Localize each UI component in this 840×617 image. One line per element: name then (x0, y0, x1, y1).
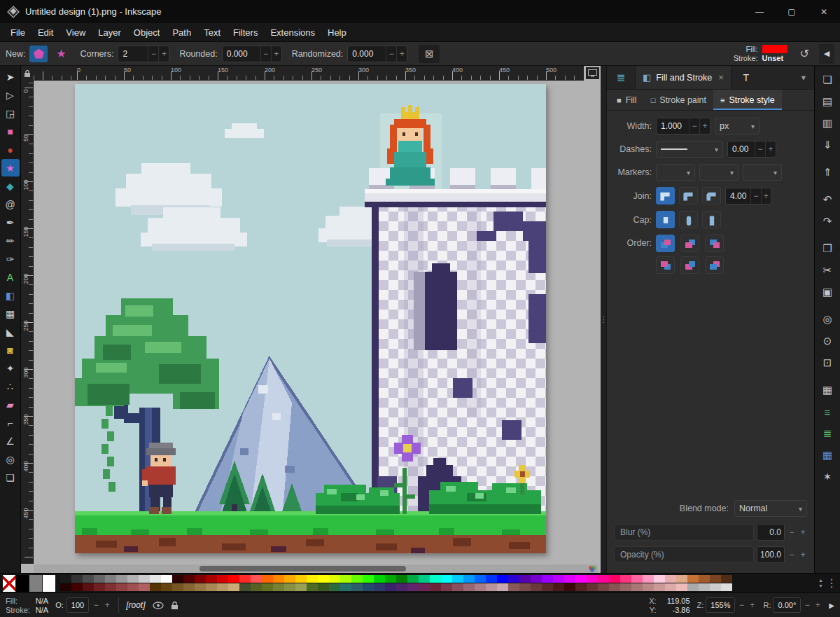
menu-file[interactable]: File (4, 25, 31, 41)
mesh-tool[interactable]: ▦ (1, 305, 20, 322)
palette-swatch[interactable] (553, 583, 564, 591)
palette-swatch[interactable] (475, 575, 486, 583)
join-miter-button[interactable] (656, 187, 675, 204)
palette-swatch[interactable] (452, 583, 463, 591)
palette-swatch[interactable] (161, 583, 172, 591)
rounded-plus-button[interactable]: + (271, 46, 281, 62)
zoom-value[interactable]: 155% (706, 597, 735, 613)
palette-scroll-down-icon[interactable]: ▼ (818, 583, 823, 589)
opacity-status-minus-button[interactable]: − (92, 600, 100, 610)
zoom-page-icon[interactable]: ⊡ (818, 354, 836, 371)
eraser-tool[interactable]: ▰ (1, 396, 20, 413)
rounded-minus-button[interactable]: − (260, 46, 271, 62)
node-tool[interactable]: ▷ (1, 86, 20, 104)
tab-overflow-chevron-icon[interactable]: ▾ (793, 66, 814, 89)
display-mode-icon[interactable] (586, 67, 599, 79)
palette-swatch[interactable] (486, 583, 497, 591)
redo-icon[interactable]: ↷ (818, 213, 836, 230)
palette-swatch[interactable] (105, 583, 116, 591)
grid-dialog-icon[interactable]: ▦ (818, 447, 836, 464)
blur-value[interactable]: 0.0 (757, 524, 785, 541)
palette-swatch[interactable] (83, 575, 94, 583)
order-mfs-button[interactable] (656, 256, 675, 274)
blend-mode-dropdown[interactable]: Normal ▾ (734, 500, 807, 517)
opacity-value[interactable]: 100.0 (757, 546, 785, 563)
document-new-icon[interactable]: ❏ (818, 71, 836, 88)
tab-fill-and-stroke[interactable]: ◧ Fill and Stroke × (635, 66, 732, 89)
palette-swatch[interactable] (340, 583, 351, 591)
palette-swatch[interactable] (318, 575, 329, 583)
rotation-plus-button[interactable]: + (813, 600, 822, 610)
paste-icon[interactable]: ▣ (818, 284, 836, 300)
palette-swatch[interactable] (262, 583, 273, 591)
palette-scroll-up-icon[interactable]: ▲ (818, 578, 823, 583)
palette-swatch[interactable] (519, 575, 531, 583)
palette-swatch[interactable] (430, 575, 441, 583)
palette-swatch[interactable] (363, 583, 374, 591)
palette-swatch[interactable] (396, 583, 407, 591)
menu-extensions[interactable]: Extensions (264, 25, 321, 41)
status-stroke-value[interactable]: N/A (36, 606, 48, 614)
blur-minus-button[interactable]: − (788, 527, 796, 537)
palette-swatch[interactable] (419, 575, 430, 583)
rotation-value[interactable]: 0.00° (773, 597, 801, 613)
spiral-tool[interactable]: @ (1, 195, 20, 213)
opacity-plus-button[interactable]: + (799, 550, 807, 560)
palette-swatch[interactable] (284, 575, 295, 583)
gray-swatch[interactable] (29, 575, 42, 592)
calligraphy-tool[interactable]: ✑ (1, 250, 20, 268)
order-fms-button[interactable] (705, 235, 724, 252)
order-smf-button[interactable] (680, 256, 699, 274)
white-swatch[interactable] (43, 575, 55, 592)
palette-swatch[interactable] (273, 575, 284, 583)
h-scrollbar-thumb[interactable] (200, 566, 406, 571)
palette-swatch[interactable] (150, 583, 161, 591)
palette-swatch[interactable] (654, 583, 665, 591)
opacity-slider[interactable]: Opacity (%) (614, 546, 754, 563)
current-layer-label[interactable]: [root] (126, 600, 145, 610)
palette-swatch[interactable] (687, 575, 699, 583)
tab-close-icon[interactable]: × (718, 72, 724, 83)
palette-swatch[interactable] (206, 575, 217, 583)
palette-swatch[interactable] (363, 575, 374, 583)
palette-swatch[interactable] (307, 583, 318, 591)
rotation-reset-icon[interactable]: ↺ (800, 47, 809, 60)
spray-tool[interactable]: ∴ (1, 377, 20, 395)
palette-swatch[interactable] (251, 583, 262, 591)
polygon-mode-button[interactable] (29, 46, 48, 62)
rectangle-tool[interactable]: ■ (1, 123, 20, 140)
dash-offset-spinbox[interactable]: 0.00 − + (727, 141, 776, 158)
star-tool[interactable]: ★ (1, 159, 20, 176)
export-icon[interactable]: ⇑ (818, 164, 836, 181)
palette-swatch[interactable] (699, 575, 710, 583)
palette-swatch[interactable] (665, 575, 676, 583)
dash-minus-button[interactable]: − (755, 141, 765, 157)
align-dialog-icon[interactable]: ≡ (818, 403, 836, 420)
palette-swatch[interactable] (687, 583, 699, 591)
undo-icon[interactable]: ↶ (818, 191, 836, 208)
gradient-tool[interactable]: ◧ (1, 286, 20, 304)
start-marker-dropdown[interactable]: ▾ (656, 164, 695, 181)
palette-swatch[interactable] (564, 583, 575, 591)
folder-open-icon[interactable]: ▤ (818, 93, 836, 110)
palette-swatch[interactable] (631, 583, 643, 591)
palette-swatch[interactable] (251, 575, 262, 583)
cap-square-button[interactable] (702, 211, 721, 228)
pencil-tool[interactable]: ✏ (1, 232, 20, 249)
mid-marker-dropdown[interactable]: ▾ (699, 164, 738, 181)
palette-swatch[interactable] (531, 583, 542, 591)
palette-swatch[interactable] (508, 575, 519, 583)
selector-tool[interactable]: ➤ (1, 68, 20, 85)
palette-swatch[interactable] (542, 575, 553, 583)
order-fsm-button[interactable] (656, 235, 675, 252)
unit-dropdown[interactable]: px ▾ (715, 118, 760, 134)
corners-minus-button[interactable]: − (148, 46, 158, 62)
palette-swatch[interactable] (94, 575, 105, 583)
panel-resize-grip[interactable]: ⋮ (601, 66, 606, 573)
palette-menu-icon[interactable]: ⋮ (826, 576, 837, 590)
defaults-reset-button[interactable]: ⊠ (419, 45, 440, 63)
menu-object[interactable]: Object (127, 25, 167, 41)
maximize-button[interactable]: ▢ (776, 0, 808, 23)
subtab-fill[interactable]: ■ Fill (610, 90, 644, 110)
palette-swatch[interactable] (396, 575, 407, 583)
